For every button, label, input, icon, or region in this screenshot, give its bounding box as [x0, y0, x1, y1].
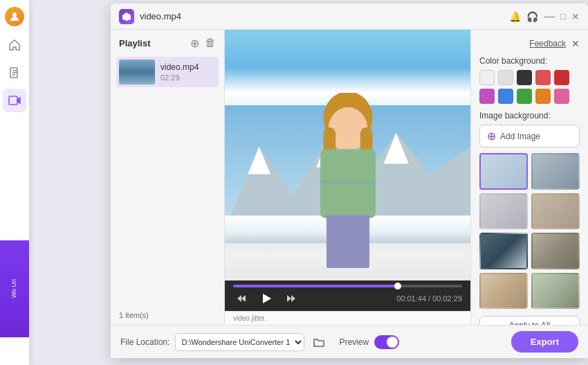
watermark: www.photo2vcn.com — [319, 177, 376, 185]
video-tip-bar: video jitter. — [225, 311, 470, 325]
playback-controls — [233, 290, 300, 307]
add-image-icon: ⊕ — [487, 130, 496, 143]
add-image-button[interactable]: ⊕ Add Image — [479, 125, 580, 148]
video-area: www.photo2vcn.com — [225, 30, 470, 325]
image-thumb-2[interactable] — [531, 153, 580, 190]
sidebar-item-video[interactable] — [3, 89, 26, 112]
svg-marker-15 — [237, 295, 241, 302]
color-swatch-lightgray[interactable] — [498, 70, 513, 85]
progress-fill — [233, 285, 398, 287]
rewind-button[interactable] — [233, 290, 250, 307]
svg-rect-14 — [326, 215, 369, 268]
main-content: Playlist ⊕ 🗑 video.mp4 02:29 1 item — [111, 30, 588, 325]
color-swatch-white[interactable] — [479, 70, 495, 85]
color-swatch-darkred[interactable] — [554, 70, 569, 85]
title-bar-left: video.mp4 — [119, 9, 509, 24]
preview-toggle[interactable] — [374, 335, 399, 349]
image-thumb-4[interactable] — [531, 193, 580, 230]
add-image-label: Add Image — [500, 132, 540, 141]
browse-folder-button[interactable] — [310, 333, 328, 351]
tip-text: video jitter. — [233, 314, 266, 322]
image-thumb-8[interactable] — [531, 273, 580, 310]
title-bar: video.mp4 🔔 🎧 — □ ✕ — [111, 3, 588, 30]
close-panel-button[interactable]: ✕ — [571, 38, 580, 49]
image-grid — [479, 153, 580, 309]
color-grid — [479, 70, 580, 104]
image-thumb-1[interactable] — [479, 153, 528, 190]
play-button[interactable] — [258, 290, 275, 307]
thumbnail-image — [119, 60, 155, 84]
right-panel: Feedback ✕ Color background: — [470, 30, 588, 325]
playlist-item-duration: 02:29 — [160, 73, 216, 82]
controls-row: 00:01:44 / 00:02:29 — [233, 290, 462, 307]
toggle-knob — [387, 337, 398, 348]
image-thumb-6[interactable] — [531, 233, 580, 269]
right-panel-header: Feedback ✕ — [479, 38, 580, 49]
svg-rect-2 — [9, 96, 17, 105]
window-controls: 🔔 🎧 — □ ✕ — [509, 11, 580, 22]
progress-bar[interactable] — [233, 285, 462, 287]
color-swatch-orange[interactable] — [535, 89, 551, 104]
promo-banner: Wo Un — [0, 240, 29, 337]
svg-marker-19 — [287, 295, 291, 302]
apply-to-all-button[interactable]: Apply to All — [479, 316, 580, 325]
svg-point-0 — [12, 12, 17, 17]
playlist-thumb — [119, 60, 155, 84]
playlist-panel: Playlist ⊕ 🗑 video.mp4 02:29 1 item — [111, 30, 225, 325]
color-background-section: Color background: — [479, 56, 580, 104]
playlist-title: Playlist — [119, 38, 151, 48]
add-to-playlist-icon[interactable]: ⊕ — [190, 37, 199, 50]
avatar — [5, 7, 24, 26]
bottom-bar: File Location: D:\Wondershare UniConvert… — [111, 325, 588, 358]
playlist-items: video.mp4 02:29 — [111, 54, 224, 305]
color-swatch-green[interactable] — [517, 89, 532, 104]
close-panel-icon: ✕ — [571, 38, 580, 49]
image-thumb-3[interactable] — [479, 193, 528, 230]
playlist-header: Playlist ⊕ 🗑 — [111, 30, 224, 54]
sidebar-item-home[interactable] — [3, 33, 26, 57]
image-background-section: Image background: ⊕ Add Image — [479, 111, 580, 309]
video-controls: 00:01:44 / 00:02:29 — [225, 281, 470, 311]
video-container[interactable]: www.photo2vcn.com — [225, 30, 470, 281]
feedback-link[interactable]: Feedback — [529, 39, 566, 48]
main-window: video.mp4 🔔 🎧 — □ ✕ Playlist ⊕ 🗑 — [111, 3, 588, 358]
svg-marker-18 — [291, 295, 295, 302]
app-icon — [119, 9, 134, 24]
minimize-icon[interactable]: — — [544, 11, 555, 22]
color-background-label: Color background: — [479, 56, 580, 66]
playlist-item-info: video.mp4 02:29 — [160, 62, 216, 82]
color-swatch-pink[interactable] — [554, 89, 569, 104]
fast-forward-button[interactable] — [283, 290, 300, 307]
color-swatch-blue[interactable] — [498, 89, 513, 104]
file-location-label: File Location: — [120, 337, 169, 347]
close-icon[interactable]: ✕ — [571, 11, 580, 22]
image-thumb-5[interactable] — [479, 233, 528, 269]
list-item[interactable]: video.mp4 02:29 — [116, 57, 219, 87]
svg-marker-17 — [263, 294, 271, 303]
color-swatch-red[interactable] — [535, 70, 551, 85]
color-swatch-purple[interactable] — [479, 89, 495, 104]
playlist-actions: ⊕ 🗑 — [190, 37, 216, 50]
window-title: video.mp4 — [140, 11, 181, 21]
color-swatch-black[interactable] — [517, 70, 532, 85]
maximize-icon[interactable]: □ — [560, 11, 566, 21]
delete-playlist-icon[interactable]: 🗑 — [205, 37, 216, 50]
image-thumb-7[interactable] — [479, 273, 528, 310]
time-display: 00:01:44 / 00:02:29 — [396, 294, 462, 303]
headset-icon[interactable]: 🎧 — [526, 11, 538, 22]
promo-text: Wo Un — [10, 279, 19, 298]
playlist-item-name: video.mp4 — [160, 62, 216, 72]
preview-label: Preview — [339, 337, 369, 347]
playlist-footer: 1 item(s) — [111, 305, 224, 325]
svg-marker-16 — [241, 295, 246, 302]
sidebar-item-files[interactable] — [3, 61, 26, 84]
progress-thumb — [394, 283, 401, 290]
export-button[interactable]: Export — [511, 331, 578, 353]
notification-icon[interactable]: 🔔 — [509, 11, 521, 22]
file-path-select[interactable]: D:\Wondershare UniConverter 1 — [175, 333, 304, 351]
image-background-label: Image background: — [479, 111, 580, 121]
